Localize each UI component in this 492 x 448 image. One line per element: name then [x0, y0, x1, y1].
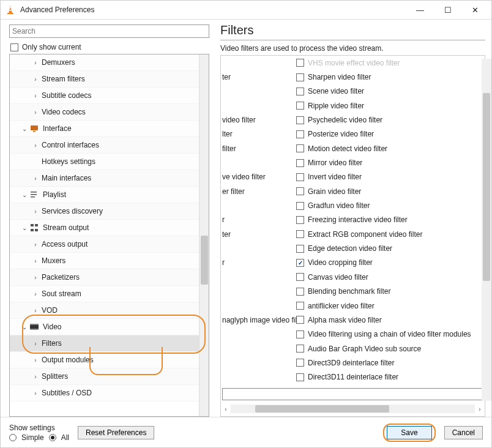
filter-checkbox[interactable] — [296, 130, 304, 138]
filter-option[interactable]: Extract RGB component video filter — [296, 230, 482, 239]
filter-checkbox[interactable] — [296, 216, 304, 224]
chevron-right-icon[interactable]: › — [31, 59, 40, 66]
chevron-right-icon[interactable]: › — [31, 307, 40, 314]
all-radio[interactable] — [49, 434, 56, 441]
chevron-right-icon[interactable]: › — [31, 241, 40, 248]
tree-item-main-interfaces[interactable]: ›Main interfaces — [10, 170, 199, 187]
filters-vertical-scrollbar[interactable] — [482, 59, 491, 401]
filter-option[interactable]: Ripple video filter — [296, 102, 482, 110]
tree-item-video-codecs[interactable]: ›Video codecs — [10, 104, 199, 121]
simple-radio[interactable] — [9, 434, 17, 441]
tree-item-stream-output[interactable]: ⌄Stream output — [10, 220, 199, 236]
filter-option[interactable]: Direct3D9 deinterlace filter — [296, 359, 482, 367]
save-button[interactable]: Save — [387, 426, 431, 439]
filter-checkbox[interactable] — [296, 173, 304, 181]
cancel-button[interactable]: Cancel — [444, 426, 483, 439]
filter-option[interactable]: Freezing interactive video filter — [296, 215, 482, 224]
chevron-right-icon[interactable]: › — [31, 159, 40, 165]
tree-item-stream-filters[interactable]: ›Stream filters — [10, 71, 199, 88]
chevron-down-icon[interactable]: ⌄ — [20, 125, 29, 132]
chevron-right-icon[interactable]: › — [31, 274, 40, 281]
filter-option[interactable]: Scene video filter — [296, 87, 482, 95]
tree-item-subtitle-codecs[interactable]: ›Subtitle codecs — [10, 88, 199, 104]
filter-option[interactable]: Video filtering using a chain of video f… — [296, 330, 482, 338]
tree-item-access-output[interactable]: ›Access output — [10, 236, 199, 253]
filter-checkbox[interactable] — [296, 116, 304, 124]
tree-item-subtitles-osd[interactable]: ›Subtitles / OSD — [10, 385, 199, 401]
filter-option[interactable]: antiflicker video filter — [296, 302, 482, 310]
filter-checkbox[interactable] — [296, 273, 304, 281]
svg-marker-0 — [9, 6, 12, 13]
chevron-right-icon[interactable]: › — [31, 175, 40, 182]
filter-checkbox[interactable] — [296, 316, 304, 324]
tree-item-hotkeys-settings[interactable]: ›Hotkeys settings — [10, 154, 199, 170]
filter-option[interactable]: Motion detect video filter — [296, 144, 482, 153]
chevron-right-icon[interactable]: › — [31, 291, 40, 297]
filter-checkbox[interactable] — [296, 259, 304, 267]
close-button[interactable]: ✕ — [461, 1, 489, 18]
tree-item-interface[interactable]: ⌄Interface — [10, 121, 199, 137]
chevron-right-icon[interactable]: › — [31, 357, 40, 364]
filter-checkbox[interactable] — [296, 359, 304, 367]
filter-option[interactable]: VHS movie effect video filter — [296, 59, 482, 67]
filter-checkbox[interactable] — [296, 373, 304, 381]
filter-string-input[interactable] — [222, 388, 483, 400]
chevron-right-icon[interactable]: › — [31, 258, 40, 264]
chevron-right-icon[interactable]: › — [31, 109, 40, 116]
filter-option[interactable]: Alpha mask video filter — [296, 316, 482, 324]
filter-row: video filterPsychedelic video filter — [221, 113, 485, 127]
filter-option[interactable]: Video cropping filter — [296, 258, 482, 267]
filter-option[interactable]: Mirror video filter — [296, 159, 482, 167]
chevron-right-icon[interactable]: › — [31, 373, 40, 380]
minimize-button[interactable]: — — [406, 1, 434, 18]
filter-option[interactable]: Blending benchmark filter — [296, 287, 482, 296]
scroll-right-icon[interactable]: › — [475, 406, 485, 413]
tree-item-services-discovery[interactable]: ›Services discovery — [10, 203, 199, 220]
filter-checkbox[interactable] — [296, 73, 304, 81]
filter-option[interactable]: Sharpen video filter — [296, 73, 482, 81]
chevron-down-icon[interactable]: ⌄ — [20, 192, 29, 198]
filter-option[interactable]: Edge detection video filter — [296, 244, 482, 253]
filter-checkbox[interactable] — [296, 144, 304, 152]
tree-item-sout-stream[interactable]: ›Sout stream — [10, 286, 199, 302]
tree-vertical-scrollbar[interactable] — [199, 54, 209, 416]
chevron-down-icon[interactable]: ⌄ — [20, 225, 29, 231]
chevron-right-icon[interactable]: › — [31, 208, 40, 215]
filter-option[interactable]: Posterize video filter — [296, 130, 482, 138]
filter-option[interactable]: Gradfun video filter — [296, 201, 482, 210]
filter-checkbox[interactable] — [296, 288, 304, 296]
filter-checkbox[interactable] — [296, 230, 304, 238]
tree-item-playlist[interactable]: ⌄Playlist — [10, 187, 199, 203]
filter-checkbox[interactable] — [296, 330, 304, 338]
filter-checkbox[interactable] — [296, 345, 304, 353]
filter-checkbox[interactable] — [296, 159, 304, 167]
filter-checkbox[interactable] — [296, 102, 304, 110]
filter-option[interactable]: Invert video filter — [296, 173, 482, 181]
filter-option[interactable]: Psychedelic video filter — [296, 116, 482, 124]
filter-checkbox[interactable] — [296, 302, 304, 310]
filter-option[interactable]: Canvas video filter — [296, 273, 482, 282]
search-input[interactable] — [9, 24, 209, 38]
filter-option[interactable]: Direct3D11 deinterlace filter — [296, 373, 482, 381]
only-show-current-checkbox[interactable] — [10, 43, 18, 51]
filter-checkbox[interactable] — [296, 59, 304, 67]
filter-checkbox[interactable] — [296, 202, 304, 210]
chevron-right-icon[interactable]: › — [31, 390, 40, 397]
tree-item-control-interfaces[interactable]: ›Control interfaces — [10, 137, 199, 154]
filter-option[interactable]: Grain video filter — [296, 187, 482, 196]
maximize-button[interactable]: ☐ — [434, 1, 461, 18]
tree-item-muxers[interactable]: ›Muxers — [10, 253, 199, 269]
chevron-right-icon[interactable]: › — [31, 142, 40, 149]
filter-option[interactable]: Audio Bar Graph Video sub source — [296, 345, 482, 353]
chevron-right-icon[interactable]: › — [31, 92, 40, 99]
filters-horizontal-scrollbar[interactable]: ‹ › — [221, 404, 485, 414]
tree-item-demuxers[interactable]: ›Demuxers — [10, 54, 199, 71]
filter-checkbox[interactable] — [296, 245, 304, 253]
filter-checkbox[interactable] — [296, 187, 304, 195]
reset-preferences-button[interactable]: Reset Preferences — [78, 426, 154, 439]
scroll-left-icon[interactable]: ‹ — [221, 406, 231, 413]
only-show-current-row[interactable]: Only show current — [10, 43, 209, 51]
chevron-right-icon[interactable]: › — [31, 76, 40, 83]
filter-checkbox[interactable] — [296, 88, 304, 95]
tree-item-packetizers[interactable]: ›Packetizers — [10, 269, 199, 286]
